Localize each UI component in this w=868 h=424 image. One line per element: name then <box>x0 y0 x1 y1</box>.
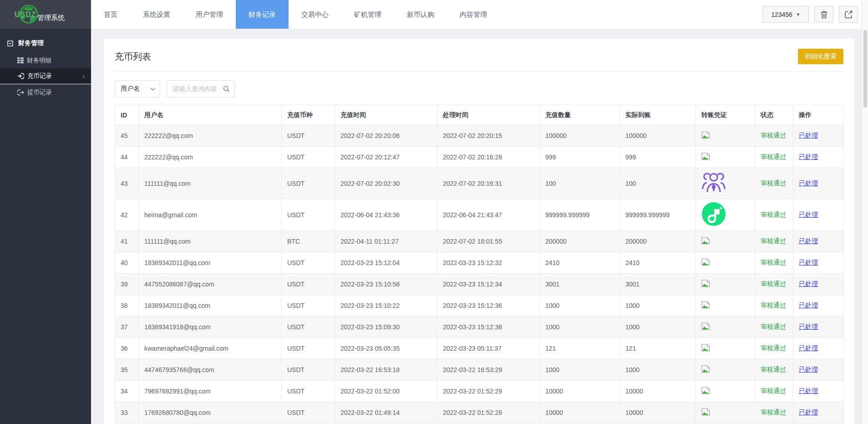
broken-image-icon <box>701 280 711 287</box>
nav-item-矿机管理[interactable]: 矿机管理 <box>341 0 394 29</box>
user-dropdown[interactable]: 123456 ▼ <box>762 6 809 23</box>
sidebar-item-财务明细[interactable]: 财务明细 <box>0 52 91 68</box>
cell-status: 审核通过 <box>755 231 793 252</box>
cell-user: 79697682991@qq.com <box>139 381 282 402</box>
cell-id: 45 <box>115 125 139 147</box>
status-text: 审核通过 <box>761 323 786 330</box>
cell-voucher[interactable] <box>696 168 755 199</box>
column-header-用户名: 用户名 <box>139 105 282 125</box>
cell-actual: 100000 <box>620 125 696 147</box>
column-header-转账凭证: 转账凭证 <box>696 105 755 125</box>
cell-amount: 100000 <box>540 125 620 147</box>
scrollbar-thumb[interactable] <box>863 30 867 107</box>
action-link[interactable]: 已处理 <box>799 344 818 352</box>
action-link[interactable]: 已处理 <box>799 259 818 266</box>
sign-in-icon <box>17 73 24 79</box>
cell-voucher[interactable] <box>696 359 755 381</box>
table-row: 45222222@qq.comUSDT2022-07-02 20:20:0620… <box>115 125 844 147</box>
logout-button[interactable] <box>839 6 858 23</box>
cell-id: 43 <box>115 168 139 199</box>
cell-user: 447552086087@qq.com <box>139 274 282 295</box>
table-row: 3479697682991@qq.comUSDT2022-03-22 01:52… <box>115 381 844 402</box>
caret-down-icon: ▼ <box>796 12 800 17</box>
chevron-down-icon <box>150 87 155 91</box>
nav-item-交易中心[interactable]: 交易中心 <box>289 0 341 29</box>
cell-coin: USDT <box>282 147 335 168</box>
nav-item-首页[interactable]: 首页 <box>91 0 130 29</box>
cell-user: 17692680780@qq.com <box>139 402 282 424</box>
search-icon[interactable] <box>223 85 230 93</box>
logo: USDZ 管理系统 <box>0 0 91 29</box>
cell-status: 审核通过 <box>755 274 793 295</box>
table-row: 35447467935766@qq.comUSDT2022-03-22 16:5… <box>115 359 844 381</box>
action-link[interactable]: 已处理 <box>799 211 818 218</box>
action-link[interactable]: 已处理 <box>799 301 818 309</box>
cell-voucher[interactable] <box>696 274 755 295</box>
cell-user: 18389341918@qq.com <box>139 317 282 338</box>
nav-item-新币认购[interactable]: 新币认购 <box>394 0 447 29</box>
trash-button[interactable] <box>814 6 833 23</box>
cell-id: 33 <box>115 402 139 424</box>
broken-image-icon <box>701 153 711 160</box>
nav-item-系统设置[interactable]: 系统设置 <box>130 0 183 29</box>
table-row: 3818389342011@qq.comUSDT2022-03-23 15:10… <box>115 295 844 317</box>
cell-id: 37 <box>115 317 139 338</box>
action-link[interactable]: 已处理 <box>799 280 818 287</box>
search-field-select[interactable]: 用户名 <box>115 80 160 97</box>
sidebar-section-finance[interactable]: 财务管理 <box>0 34 91 52</box>
status-text: 审核通过 <box>761 387 786 394</box>
main-content: 充币列表 初始化搜索 用户名 <box>91 29 862 424</box>
action-link[interactable]: 已处理 <box>799 153 818 160</box>
cell-action: 已处理 <box>793 338 844 359</box>
nav-item-内容管理[interactable]: 内容管理 <box>447 0 500 29</box>
cell-coin: USDT <box>282 168 335 199</box>
status-text: 审核通过 <box>761 301 786 309</box>
cell-user: heima@gmail.com <box>139 199 282 231</box>
cell-voucher[interactable] <box>696 231 755 252</box>
cell-action: 已处理 <box>793 252 844 274</box>
reset-search-button[interactable]: 初始化搜索 <box>798 49 843 64</box>
table-row: 3718389341918@qq.comUSDT2022-03-23 15:09… <box>115 317 844 338</box>
action-link[interactable]: 已处理 <box>799 323 818 330</box>
action-link[interactable]: 已处理 <box>799 237 818 245</box>
status-text: 审核通过 <box>761 132 786 139</box>
cell-voucher[interactable] <box>696 199 755 231</box>
nav-item-用户管理[interactable]: 用户管理 <box>183 0 236 29</box>
broken-image-icon <box>701 237 711 245</box>
page-scrollbar[interactable] <box>862 0 868 424</box>
action-link[interactable]: 已处理 <box>799 409 818 416</box>
cell-status: 审核通过 <box>755 317 793 338</box>
cell-amount: 121 <box>540 338 620 359</box>
cell-voucher[interactable] <box>696 381 755 402</box>
cell-actual: 100 <box>620 168 696 199</box>
broken-image-icon <box>701 322 711 330</box>
broken-image-icon <box>701 387 711 394</box>
sidebar-item-充币记录[interactable]: 充币记录› <box>0 68 91 84</box>
action-link[interactable]: 已处理 <box>799 179 818 187</box>
cell-voucher[interactable] <box>696 317 755 338</box>
sidebar-item-提币记录[interactable]: 提币记录 <box>0 84 91 100</box>
cell-deposit_time: 2022-03-23 05:05:35 <box>335 338 437 359</box>
main-nav: 首页系统设置用户管理财务记录交易中心矿机管理新币认购内容管理 <box>91 0 500 29</box>
cell-voucher[interactable] <box>696 338 755 359</box>
column-header-充值币种: 充值币种 <box>282 105 335 125</box>
search-input[interactable] <box>173 85 223 92</box>
cell-voucher[interactable] <box>696 295 755 317</box>
table-row: 4018389342011@qq.comUSDT2022-03-23 15:12… <box>115 252 844 274</box>
broken-image-icon <box>701 131 711 139</box>
cell-status: 审核通过 <box>755 295 793 317</box>
page-title: 充币列表 <box>115 51 151 63</box>
nav-item-财务记录[interactable]: 财务记录 <box>236 0 289 29</box>
cell-voucher[interactable] <box>696 402 755 424</box>
cell-actual: 999999.999999 <box>620 199 696 231</box>
action-link[interactable]: 已处理 <box>799 132 818 139</box>
action-link[interactable]: 已处理 <box>799 387 818 394</box>
cell-deposit_time: 2022-07-02 20:02:30 <box>335 168 437 199</box>
cell-action: 已处理 <box>793 231 844 252</box>
sign-out-icon <box>17 89 24 96</box>
cell-voucher[interactable] <box>696 252 755 274</box>
cell-voucher[interactable] <box>696 125 755 147</box>
cell-id: 35 <box>115 359 139 381</box>
action-link[interactable]: 已处理 <box>799 366 818 373</box>
cell-voucher[interactable] <box>696 147 755 168</box>
